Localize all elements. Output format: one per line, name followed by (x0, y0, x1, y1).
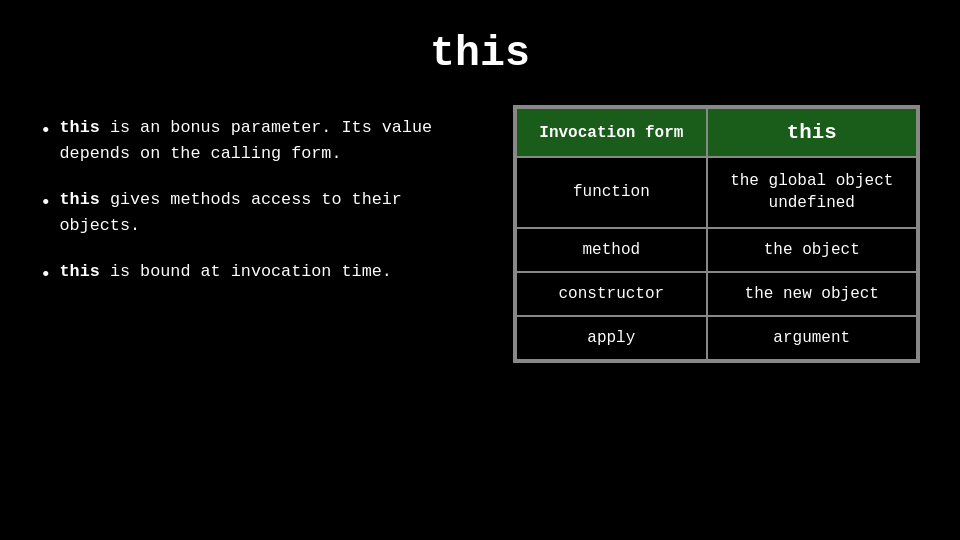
table-header-invocation: Invocation form (516, 108, 706, 157)
table-cell-object: the object (707, 228, 917, 272)
bullet-list: • this is an bonus parameter. Its value … (40, 105, 483, 290)
list-item: • this is an bonus parameter. Its value … (40, 115, 483, 167)
table-header-this: this (707, 108, 917, 157)
global-object-text: the global object (730, 172, 893, 190)
table-cell-method: method (516, 228, 706, 272)
page-title: this (430, 30, 530, 77)
list-item: • this is bound at invocation time. (40, 259, 483, 290)
bullet-text-3-content: is bound at invocation time. (110, 262, 392, 281)
bullet-text-1: this is an bonus parameter. Its value de… (60, 115, 484, 167)
table-row: constructor the new object (516, 272, 917, 316)
keyword-this-1: this (60, 118, 100, 137)
keyword-this-2: this (60, 190, 100, 209)
table-row: method the object (516, 228, 917, 272)
table-cell-global: the global object undefined (707, 157, 917, 228)
table-row: apply argument (516, 316, 917, 360)
bullet-dot: • (40, 189, 52, 218)
keyword-this-3: this (60, 262, 100, 281)
table-row: function the global object undefined (516, 157, 917, 228)
bullet-text-1-content: is an bonus parameter. Its value depends… (60, 118, 433, 163)
invocation-table: Invocation form this function the global… (513, 105, 920, 363)
table: Invocation form this function the global… (515, 107, 918, 361)
table-cell-new-object: the new object (707, 272, 917, 316)
bullet-text-2: this gives methods access to their objec… (60, 187, 484, 239)
table-cell-function: function (516, 157, 706, 228)
bullet-dot: • (40, 117, 52, 146)
table-cell-constructor: constructor (516, 272, 706, 316)
table-cell-apply: apply (516, 316, 706, 360)
bullet-text-2-content: gives methods access to their objects. (60, 190, 402, 235)
undefined-text: undefined (769, 194, 855, 212)
table-header-row: Invocation form this (516, 108, 917, 157)
main-content: • this is an bonus parameter. Its value … (40, 105, 920, 363)
list-item: • this gives methods access to their obj… (40, 187, 483, 239)
table-cell-argument: argument (707, 316, 917, 360)
bullet-dot: • (40, 261, 52, 290)
bullet-text-3: this is bound at invocation time. (60, 259, 392, 285)
